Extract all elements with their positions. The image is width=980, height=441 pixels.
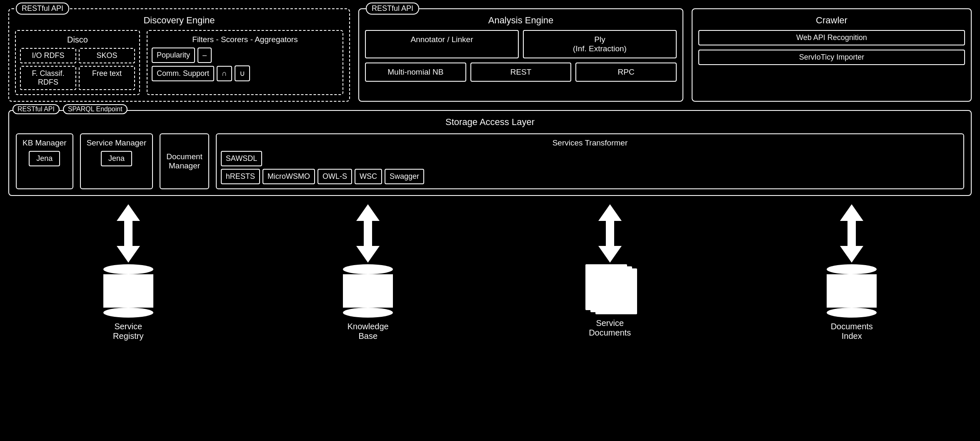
services-transformer-label: Services Transformer: [221, 138, 959, 148]
storage-tag-restful: RESTful API: [12, 104, 60, 114]
rest-box: REST: [470, 63, 572, 82]
service-jena: Jena: [101, 151, 132, 166]
annotator-linker: Annotator / Linker: [365, 30, 519, 58]
service-registry-group: ServiceRegistry: [103, 204, 153, 341]
disco-items: I/O RDFS SKOS F. Classif. RDFS Free text: [20, 48, 135, 90]
analysis-grid: Annotator / Linker Ply(Inf. Extraction): [365, 30, 677, 58]
arrow-1: [117, 204, 140, 263]
ply-box: Ply(Inf. Extraction): [523, 30, 677, 58]
disco-label: Disco: [20, 35, 135, 45]
union-box: ∪: [235, 65, 250, 81]
service-documents-pages: [583, 264, 637, 314]
kb-manager: KB Manager Jena: [16, 133, 73, 189]
servioticy-importer: ServIoTicy Importer: [698, 50, 965, 65]
multi-nomial-nb: Multi-nomial NB: [365, 63, 466, 82]
service-documents-label: ServiceDocuments: [589, 318, 631, 338]
crawler-items: Web API Recognition ServIoTicy Importer: [698, 30, 965, 65]
arrow-down-3: [598, 246, 622, 263]
restful-api-tag-2: RESTful API: [366, 3, 419, 15]
disco-box: Disco I/O RDFS SKOS F. Classif. RDFS Fre…: [15, 30, 140, 95]
arrow-body-3: [606, 221, 614, 246]
arrow-2: [356, 204, 380, 263]
st-row-2: hRESTS MicroWSMO OWL-S WSC Swagger: [221, 169, 959, 184]
analysis-engine-title: Analysis Engine: [365, 15, 677, 26]
arrow-body-2: [364, 221, 372, 246]
kb-jena: Jena: [29, 151, 60, 166]
arrow-up-1: [117, 204, 140, 221]
documents-index-label: DocumentsIndex: [831, 322, 873, 341]
owls-box: OWL-S: [318, 169, 352, 184]
storage-access-layer: RESTful API SPARQL Endpoint Storage Acce…: [8, 110, 972, 196]
page-1: [585, 264, 627, 310]
microwsmo-box: MicroWSMO: [262, 169, 315, 184]
st-grid: SAWSDL hRESTS MicroWSMO OWL-S WSC Swagge…: [221, 151, 959, 184]
disco-item-fclassif: F. Classif. RDFS: [20, 66, 76, 90]
arrow-up-3: [598, 204, 622, 221]
cyl-bottom-4: [827, 308, 877, 318]
filters-row-1: Popularity –: [152, 48, 338, 63]
storage-inner: KB Manager Jena Service Manager Jena Doc…: [16, 133, 964, 189]
filters-box: Filters - Scorers - Aggregators Populari…: [147, 30, 343, 95]
swagger-box: Swagger: [385, 169, 424, 184]
arrow-3: [598, 204, 622, 263]
hrests-box: hRESTS: [221, 169, 260, 184]
filters-label: Filters - Scorers - Aggregators: [152, 35, 338, 44]
diagram-container: RESTful API Discovery Engine Disco I/O R…: [0, 0, 980, 441]
sawsdl-box: SAWSDL: [221, 151, 262, 166]
wsc-box: WSC: [355, 169, 382, 184]
discovery-engine-panel: RESTful API Discovery Engine Disco I/O R…: [8, 8, 350, 102]
crawler-panel: Crawler Web API Recognition ServIoTicy I…: [692, 8, 972, 102]
disco-item-freetext: Free text: [79, 66, 135, 90]
cyl-body-4: [827, 274, 877, 308]
cyl-top-4: [827, 264, 877, 274]
cyl-bottom-2: [343, 308, 393, 318]
arrow-down-1: [117, 246, 140, 263]
discovery-engine-title: Discovery Engine: [15, 15, 343, 26]
discovery-inner: Disco I/O RDFS SKOS F. Classif. RDFS Fre…: [15, 30, 343, 95]
analysis-bottom: Multi-nomial NB REST RPC: [365, 63, 677, 82]
cyl-body-2: [343, 274, 393, 308]
popularity-box: Popularity: [152, 48, 195, 63]
minus-box: –: [198, 48, 212, 63]
cyl-body-1: [103, 274, 153, 308]
documents-index-cylinder: [827, 264, 877, 318]
analysis-engine-panel: RESTful API Analysis Engine Annotator / …: [358, 8, 683, 102]
disco-item-io-rdfs: I/O RDFS: [20, 48, 76, 63]
knowledge-base-cylinder: [343, 264, 393, 318]
service-manager-label: Service Manager: [87, 138, 147, 148]
arrow-down-4: [840, 246, 863, 263]
top-row: RESTful API Discovery Engine Disco I/O R…: [8, 8, 972, 102]
arrow-up-4: [840, 204, 863, 221]
arrow-body-4: [848, 221, 856, 246]
cyl-bottom-1: [103, 308, 153, 318]
filters-row-2: Comm. Support ∩ ∪: [152, 65, 338, 81]
services-transformer: Services Transformer SAWSDL hRESTS Micro…: [216, 133, 964, 189]
crawler-title: Crawler: [698, 15, 965, 26]
service-registry-label: ServiceRegistry: [113, 322, 143, 341]
service-documents-group: ServiceDocuments: [583, 204, 637, 338]
storage-title: Storage Access Layer: [16, 117, 964, 128]
kb-manager-label: KB Manager: [22, 138, 67, 148]
intersect-box: ∩: [217, 66, 232, 81]
restful-api-tag-1: RESTful API: [16, 3, 69, 15]
storage-tags: RESTful API SPARQL Endpoint: [12, 104, 128, 114]
rpc-box: RPC: [575, 63, 677, 82]
knowledge-base-label: KnowledgeBase: [348, 322, 389, 341]
comm-support-box: Comm. Support: [152, 66, 214, 81]
knowledge-base-group: KnowledgeBase: [343, 204, 393, 341]
arrow-body-1: [124, 221, 132, 246]
arrow-up-2: [356, 204, 380, 221]
st-row-1: SAWSDL: [221, 151, 959, 166]
doc-manager-label: Document Manager: [166, 152, 202, 170]
documents-index-group: DocumentsIndex: [827, 204, 877, 341]
doc-manager: Document Manager: [160, 133, 209, 189]
storage-tag-sparql: SPARQL Endpoint: [63, 104, 128, 114]
disco-item-skos: SKOS: [79, 48, 135, 63]
bottom-row: ServiceRegistry KnowledgeBase: [8, 204, 972, 341]
arrow-4: [840, 204, 863, 263]
cyl-top-2: [343, 264, 393, 274]
service-registry-cylinder: [103, 264, 153, 318]
arrow-down-2: [356, 246, 380, 263]
cyl-top-1: [103, 264, 153, 274]
web-api-recognition: Web API Recognition: [698, 30, 965, 45]
